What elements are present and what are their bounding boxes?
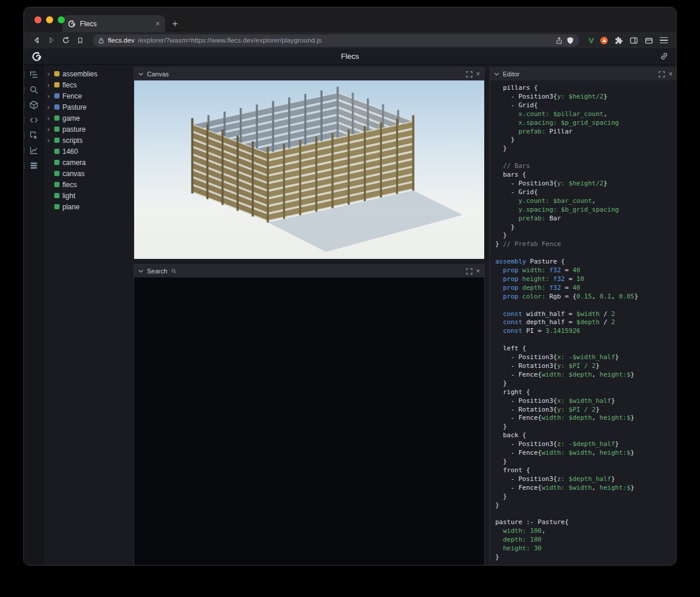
expand-arrow-icon[interactable]: › <box>47 115 51 122</box>
sidebar-icon[interactable] <box>629 36 638 45</box>
stats-icon[interactable] <box>24 146 43 155</box>
close-window-button[interactable] <box>34 16 41 23</box>
url-path: /explorer/?wasm=https://www.flecs.dev/ex… <box>138 37 552 44</box>
tree-item-label: assemblies <box>62 70 97 78</box>
expand-arrow-icon[interactable]: › <box>47 104 51 111</box>
tree-item-flecs[interactable]: ›flecs <box>44 179 134 190</box>
collapse-chevron-icon[interactable] <box>138 72 144 76</box>
search-panel-header: Search × <box>134 265 484 278</box>
tree-item-label: canvas <box>62 170 85 178</box>
menu-icon[interactable] <box>660 37 668 44</box>
tree-item-light[interactable]: ›light <box>44 190 134 201</box>
tree-item-1460[interactable]: ›1460 <box>44 146 134 157</box>
expand-arrow-icon[interactable]: › <box>47 71 51 78</box>
entity-color-square <box>54 182 60 187</box>
tree-item-label: game <box>62 114 80 122</box>
close-panel-icon[interactable]: × <box>476 71 480 78</box>
tree-item-plane[interactable]: ›plane <box>44 201 134 212</box>
toolbar-extensions: V <box>585 36 670 45</box>
tree-item-assemblies[interactable]: ›assemblies <box>44 68 134 79</box>
bookmark-icon[interactable] <box>74 34 87 46</box>
tree-item-label: Pasture <box>62 103 86 111</box>
tree-item-label: pasture <box>62 125 86 134</box>
entity-tree: ›assemblies›flecs›Fence›Pasture›game›pas… <box>44 65 134 566</box>
search-results-area[interactable] <box>134 278 484 566</box>
collapse-chevron-icon[interactable] <box>138 269 144 273</box>
browser-tab[interactable]: Flecs × <box>62 15 165 32</box>
share-icon[interactable] <box>555 37 563 44</box>
reload-button[interactable] <box>59 34 72 46</box>
panel-title: Canvas <box>147 71 169 78</box>
browser-toolbar: flecs.dev/explorer/?wasm=https://www.fle… <box>24 32 676 48</box>
v-extension-icon[interactable]: V <box>589 36 594 45</box>
entity-color-square <box>54 204 60 209</box>
entity-color-square <box>54 93 60 99</box>
tree-item-flecs[interactable]: ›flecs <box>44 79 134 90</box>
center-column: Canvas × <box>134 65 485 566</box>
entity-color-square <box>54 160 60 165</box>
brave-shield-icon[interactable] <box>566 37 574 44</box>
data-rows-icon[interactable] <box>24 161 43 170</box>
expand-panel-icon[interactable] <box>659 71 665 78</box>
entity-tree-icon[interactable] <box>24 70 43 79</box>
tree-item-label: flecs <box>62 81 77 89</box>
close-panel-icon[interactable]: × <box>476 268 480 275</box>
tab-title: Flecs <box>80 20 151 28</box>
tree-item-pasture[interactable]: ›pasture <box>44 124 134 135</box>
url-bar[interactable]: flecs.dev/explorer/?wasm=https://www.fle… <box>93 34 579 47</box>
window-controls <box>34 16 65 23</box>
tree-item-label: 1460 <box>62 148 78 156</box>
code-editor[interactable]: pillars { - Position3{y: $height/2} - Gr… <box>490 80 677 566</box>
tree-item-label: Fence <box>62 92 82 100</box>
tab-close-icon[interactable]: × <box>155 20 160 27</box>
secure-lock-icon <box>98 37 104 44</box>
tab-strip: Flecs × + <box>24 8 676 32</box>
tree-item-camera[interactable]: ›camera <box>44 157 134 168</box>
expand-arrow-icon[interactable]: › <box>47 126 51 133</box>
entity-color-square <box>54 193 60 198</box>
entity-color-square <box>54 104 60 110</box>
new-tab-button[interactable]: + <box>172 19 178 29</box>
expand-arrow-icon[interactable]: › <box>47 137 51 144</box>
expand-arrow-icon[interactable]: › <box>47 82 51 89</box>
entities-cube-icon[interactable] <box>24 100 43 110</box>
code-icon[interactable] <box>24 115 43 125</box>
forward-button[interactable] <box>44 34 58 46</box>
expand-panel-icon[interactable] <box>466 71 473 78</box>
3d-viewport[interactable] <box>134 80 484 259</box>
entity-color-square <box>54 82 60 87</box>
wallet-icon[interactable] <box>645 36 653 45</box>
entity-color-square <box>54 171 60 176</box>
close-panel-icon[interactable]: × <box>668 71 673 78</box>
entity-color-square <box>54 71 60 76</box>
editor-panel: Editor × pillars { - Position3{y: $heigh… <box>489 67 677 566</box>
tree-item-game[interactable]: ›game <box>44 113 134 124</box>
panel-title: Search <box>147 268 167 275</box>
entity-color-square <box>54 138 60 143</box>
tree-item-scripts[interactable]: ›scripts <box>44 135 134 146</box>
url-domain: flecs.dev <box>108 37 134 44</box>
expand-arrow-icon[interactable]: › <box>47 93 51 100</box>
app-content: ›assemblies›flecs›Fence›Pasture›game›pas… <box>24 65 676 566</box>
minimize-window-button[interactable] <box>46 16 53 23</box>
flecs-favicon-icon <box>68 20 76 28</box>
tree-item-Pasture[interactable]: ›Pasture <box>44 101 134 113</box>
search-panel: Search × <box>134 264 485 566</box>
rewards-icon[interactable] <box>600 37 608 44</box>
tree-item-Fence[interactable]: ›Fence <box>44 90 134 101</box>
expand-panel-icon[interactable] <box>466 268 473 275</box>
inspect-icon[interactable] <box>24 131 43 140</box>
back-button[interactable] <box>30 34 43 46</box>
tree-item-canvas[interactable]: ›canvas <box>44 168 134 179</box>
search-icon[interactable] <box>24 85 43 94</box>
canvas-panel: Canvas × <box>134 67 485 259</box>
tree-item-label: light <box>62 192 75 200</box>
maximize-window-button[interactable] <box>58 16 65 23</box>
tree-item-label: flecs <box>62 181 77 189</box>
extensions-puzzle-icon[interactable] <box>614 36 623 45</box>
collapse-chevron-icon[interactable] <box>494 72 499 76</box>
panel-title: Editor <box>503 71 520 78</box>
tree-item-label: plane <box>62 203 79 211</box>
entity-color-square <box>54 127 60 132</box>
tree-item-label: camera <box>62 159 86 167</box>
